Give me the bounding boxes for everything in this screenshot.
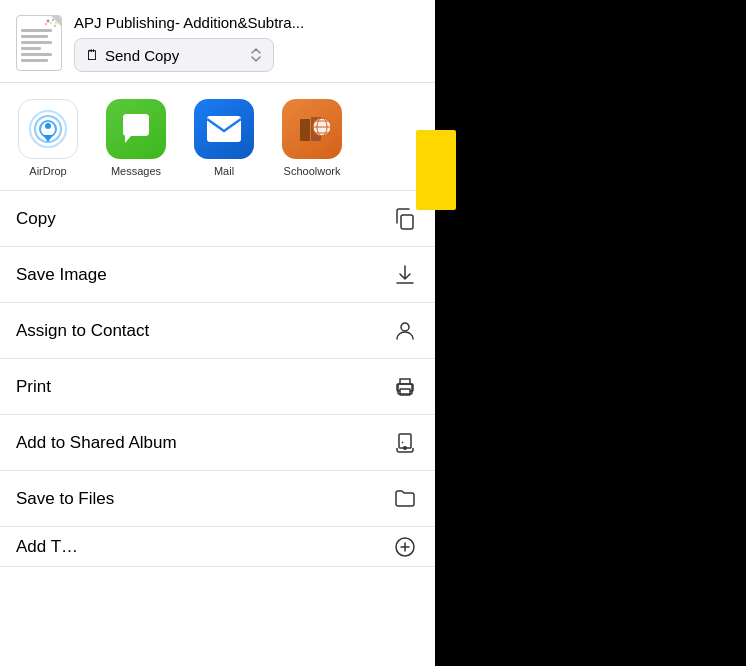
action-print[interactable]: Print [0,359,435,415]
apps-strip: AirDrop Messages Mail [0,83,435,191]
mail-label: Mail [214,165,234,178]
doc-line [21,59,48,62]
airdrop-rings-icon [26,107,70,151]
app-item-airdrop[interactable]: AirDrop [12,99,84,178]
svg-point-4 [45,23,47,25]
print-label: Print [16,377,51,397]
action-add-shared-album[interactable]: Add to Shared Album [0,415,435,471]
svg-rect-10 [207,116,241,142]
svg-rect-11 [300,119,310,141]
doc-thumbnail [16,15,62,71]
save-image-icon [391,261,419,289]
action-assign-contact[interactable]: Assign to Contact [0,303,435,359]
save-files-label: Save to Files [16,489,114,509]
svg-rect-19 [401,215,413,229]
app-item-schoolwork[interactable]: Schoolwork [276,99,348,178]
save-files-icon [391,485,419,513]
app-item-mail[interactable]: Mail [188,99,260,178]
share-header: APJ Publishing- Addition&Subtra... 🗒 Sen… [0,0,435,83]
sticky-note [416,130,456,210]
doc-line [21,53,52,56]
messages-bubble-icon [118,111,154,147]
svg-point-3 [50,22,52,24]
print-icon [391,373,419,401]
add-shared-album-label: Add to Shared Album [16,433,177,453]
doc-line [21,47,41,50]
doc-line [21,41,52,44]
svg-point-5 [54,25,56,27]
confetti-icon [43,18,59,34]
document-icon: 🗒 [85,47,99,63]
svg-point-2 [55,22,58,25]
svg-point-1 [52,19,54,21]
svg-point-9 [45,123,51,129]
share-sheet: APJ Publishing- Addition&Subtra... 🗒 Sen… [0,0,435,666]
copy-label: Copy [16,209,56,229]
add-to-label: Add T… [16,537,78,557]
messages-icon [106,99,166,159]
doc-title: APJ Publishing- Addition&Subtra... [74,14,419,32]
svg-point-20 [401,323,409,331]
send-copy-button[interactable]: 🗒 Send Copy [74,38,274,72]
mail-envelope-icon [205,114,243,144]
action-save-image[interactable]: Save Image [0,247,435,303]
doc-line [21,35,48,38]
svg-point-0 [47,20,50,23]
assign-contact-icon [391,317,419,345]
add-shared-album-icon [391,429,419,457]
header-right: APJ Publishing- Addition&Subtra... 🗒 Sen… [74,14,419,72]
save-image-label: Save Image [16,265,107,285]
app-item-messages[interactable]: Messages [100,99,172,178]
assign-contact-label: Assign to Contact [16,321,149,341]
airdrop-label: AirDrop [29,165,66,178]
svg-point-24 [403,446,407,450]
add-to-icon [391,533,419,561]
svg-rect-23 [399,434,411,448]
right-panel [435,0,746,666]
action-save-files[interactable]: Save to Files [0,471,435,527]
action-list: Copy Save Image Assign to Contact [0,191,435,666]
chevron-updown-icon [249,45,263,65]
mail-icon [194,99,254,159]
schoolwork-label: Schoolwork [284,165,341,178]
copy-icon [391,205,419,233]
schoolwork-books-icon [292,109,332,149]
schoolwork-icon [282,99,342,159]
action-copy[interactable]: Copy [0,191,435,247]
airdrop-icon [18,99,78,159]
action-add-to[interactable]: Add T… [0,527,435,567]
messages-label: Messages [111,165,161,178]
send-copy-label: 🗒 Send Copy [85,47,179,64]
